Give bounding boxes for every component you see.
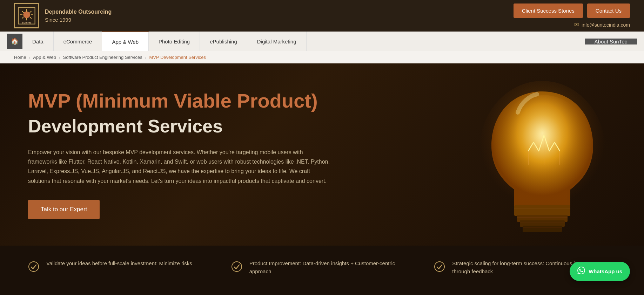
svg-rect-7	[514, 205, 570, 216]
feature-text-1: Validate your ideas before full-scale in…	[46, 260, 192, 268]
svg-point-1	[23, 12, 30, 18]
nav-item-photo-editing[interactable]: Photo Editing	[149, 32, 200, 51]
breadcrumb-chevron-1: ›	[29, 55, 31, 60]
logo-box: SunTec	[14, 3, 39, 28]
nav-about-suntec[interactable]: About SunTec	[585, 39, 637, 44]
nav-item-epublishing[interactable]: ePublishing	[200, 32, 247, 51]
feature-item-1: Validate your ideas before full-scale in…	[28, 260, 210, 275]
logo-tagline: Dependable Outsourcing Since 1999	[45, 8, 112, 24]
hero-image	[469, 74, 616, 246]
whatsapp-button[interactable]: WhatsApp us	[570, 262, 630, 281]
feature-text-2: Product Improvement: Data-driven insight…	[249, 260, 413, 275]
client-stories-button[interactable]: Client Success Stories	[514, 4, 583, 18]
svg-rect-10	[523, 226, 562, 232]
svg-point-15	[29, 262, 39, 272]
svg-point-16	[232, 262, 242, 272]
feature-check-icon-1	[28, 261, 39, 275]
hero-description: Empower your vision with our bespoke MVP…	[28, 148, 330, 186]
talk-to-expert-button[interactable]: Talk to our Expert	[28, 200, 100, 219]
whatsapp-label: WhatsApp us	[589, 268, 622, 274]
nav-item-digital-marketing[interactable]: Digital Marketing	[247, 32, 307, 51]
top-bar: SunTec Dependable Outsourcing Since 1999…	[0, 0, 644, 32]
hero-title-white: Development Services	[28, 115, 361, 137]
nav-item-data[interactable]: Data	[22, 32, 54, 51]
logo-area: SunTec Dependable Outsourcing Since 1999	[14, 3, 112, 28]
nav-items: Data eCommerce App & Web Photo Editing e…	[22, 32, 585, 51]
breadcrumb-app-web[interactable]: App & Web	[33, 55, 56, 60]
hero-section: MVP (Minimum Viable Product) Development…	[0, 63, 644, 246]
main-nav: 🏠 Data eCommerce App & Web Photo Editing…	[0, 32, 644, 51]
svg-point-17	[435, 262, 444, 272]
nav-item-app-web[interactable]: App & Web	[102, 32, 149, 51]
breadcrumb-home[interactable]: Home	[14, 55, 26, 60]
features-bar: Validate your ideas before full-scale in…	[0, 246, 644, 289]
email-row: ✉ info@suntecindia.com	[574, 21, 630, 28]
contact-us-button[interactable]: Contact Us	[587, 4, 630, 18]
breadcrumb-chevron-3: ›	[145, 55, 147, 60]
hero-title-orange: MVP (Minimum Viable Product)	[28, 90, 361, 112]
email-address: info@suntecindia.com	[582, 22, 630, 28]
top-buttons: Client Success Stories Contact Us	[514, 4, 630, 18]
breadcrumb: Home › App & Web › Software Product Engi…	[0, 51, 644, 63]
breadcrumb-chevron-2: ›	[59, 55, 60, 60]
feature-check-icon-2	[231, 261, 242, 275]
hero-content: MVP (Minimum Viable Product) Development…	[28, 90, 361, 219]
feature-check-icon-3	[434, 261, 445, 275]
email-icon: ✉	[574, 21, 579, 28]
svg-text:SunTec: SunTec	[22, 21, 32, 24]
nav-item-ecommerce[interactable]: eCommerce	[54, 32, 102, 51]
breadcrumb-current: MVP Development Services	[149, 55, 206, 60]
breadcrumb-software-engineering[interactable]: Software Product Engineering Services	[63, 55, 142, 60]
lightbulb-icon	[476, 81, 609, 242]
whatsapp-icon	[577, 267, 585, 276]
logo-sun-icon: SunTec	[18, 7, 35, 25]
home-nav-button[interactable]: 🏠	[7, 34, 22, 49]
feature-item-2: Product Improvement: Data-driven insight…	[231, 260, 413, 275]
top-right: Client Success Stories Contact Us ✉ info…	[514, 4, 630, 28]
